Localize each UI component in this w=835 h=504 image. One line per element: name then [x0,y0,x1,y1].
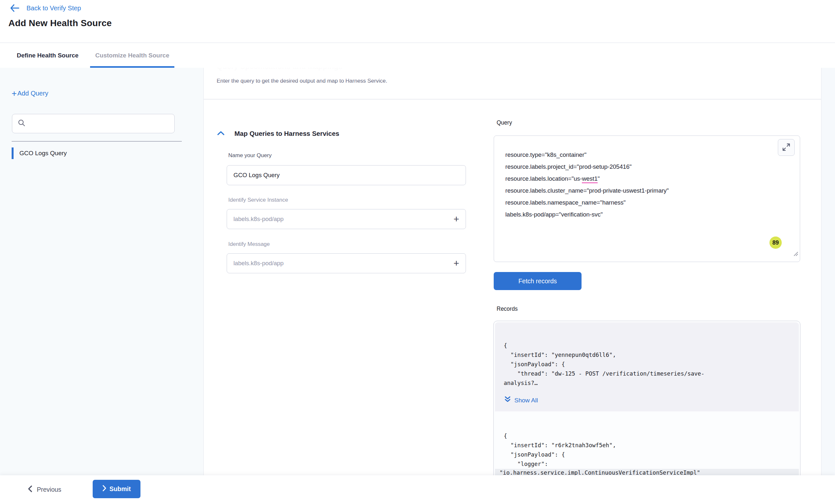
map-queries-section-header: Map Queries to Harness Services [217,130,339,138]
record-1-json: { "insertId": "yennepun0qtd6ll6", "jsonP… [504,341,791,388]
arrow-left-icon [10,4,19,12]
back-to-verify-step-link[interactable]: Back to Verify Step [10,4,81,12]
query-line-6: labels.k8s-pod/app="verification-svc" [505,208,774,220]
selected-item-bar [12,147,14,159]
records-container[interactable]: { "insertId": "yennepun0qtd6ll6", "jsonP… [493,321,800,475]
panel-heading: Query Specifications and Mappings [217,68,343,71]
record-2-json: { "insertId": "r6rk2tnah3owf5eh", "jsonP… [504,432,791,469]
add-query-label: Add Query [17,90,48,97]
identify-message-placeholder: labels.k8s-pod/app [233,260,453,267]
resize-handle-icon[interactable] [793,249,798,260]
query-line-4: resource.labels.cluster_name="prod-priva… [505,185,774,196]
tab-customize-health-source[interactable]: Customize Health Source [90,43,175,68]
query-sidebar: + Add Query GCO Logs Query [0,68,203,475]
double-chevron-down-icon [504,396,511,405]
query-specifications-panel: Query Specifications and Mappings Enter … [203,68,821,475]
page-header: Back to Verify Step Add New Health Sourc… [0,0,835,43]
misspelled-word: west1 [582,175,597,183]
tab-define-health-source[interactable]: Define Health Source [12,43,84,68]
query-search-box[interactable] [12,114,175,133]
page-title: Add New Health Source [8,18,112,28]
add-message-path-button[interactable]: + [453,259,460,268]
search-icon [18,119,25,128]
back-link-label: Back to Verify Step [26,4,81,12]
fetch-records-button[interactable]: Fetch records [494,272,582,290]
identify-service-instance-label: Identify Service Instance [228,197,288,203]
service-instance-placeholder: labels.k8s-pod/app [233,215,453,223]
character-count-badge: 89 [770,236,782,249]
identify-message-input[interactable]: labels.k8s-pod/app + [227,253,466,273]
chevron-right-icon [102,485,106,493]
show-all-link[interactable]: Show All [504,396,538,405]
expand-fullscreen-icon [782,143,791,152]
sidebar-divider [12,141,182,142]
health-source-tabs: Define Health Source Customize Health So… [0,43,835,68]
query-line-1: resource.type="k8s_container" [505,149,774,161]
service-instance-input[interactable]: labels.k8s-pod/app + [227,209,466,229]
previous-label: Previous [37,486,61,493]
add-query-button[interactable]: + Add Query [12,90,48,97]
wizard-footer: Previous Submit [0,475,835,504]
record-card-1: { "insertId": "yennepun0qtd6ll6", "jsonP… [495,322,799,412]
expand-query-button[interactable] [778,139,795,156]
chevron-up-icon [217,132,225,137]
add-service-instance-path-button[interactable]: + [453,214,460,224]
search-input[interactable] [29,114,175,133]
chevron-left-icon [28,485,32,494]
sidebar-item-gco-logs-query[interactable]: GCO Logs Query [12,147,192,159]
query-textarea[interactable]: resource.type="k8s_container" resource.l… [494,135,800,262]
main-content: + Add Query GCO Logs Query Query Specifi… [0,68,835,475]
query-label: Query [496,119,512,126]
query-name-input[interactable] [227,165,466,185]
previous-button[interactable]: Previous [28,480,61,499]
panel-subheading: Enter the query to get the desired outpu… [217,78,387,84]
records-label: Records [496,306,517,312]
record-card-2: { "insertId": "r6rk2tnah3owf5eh", "jsonP… [495,412,799,469]
submit-button[interactable]: Submit [93,480,140,498]
collapse-section-button[interactable] [217,130,225,138]
query-line-3: resource.labels.location="us-west1" [505,173,774,185]
name-your-query-label: Name your Query [228,152,271,159]
panel-divider [204,99,821,99]
section-title: Map Queries to Harness Services [235,130,339,138]
query-item-label: GCO Logs Query [19,150,67,157]
query-line-2: resource.labels.project_id="prod-setup-2… [505,161,774,173]
identify-message-label: Identify Message [228,241,270,248]
submit-label: Submit [109,485,131,493]
show-all-label: Show All [514,397,538,404]
plus-icon: + [12,90,17,97]
query-line-5: resource.labels.namespace_name="harness" [505,196,774,208]
record-2-wrapped-value: "io.harness.service.impl.ContinuousVerif… [495,469,799,475]
